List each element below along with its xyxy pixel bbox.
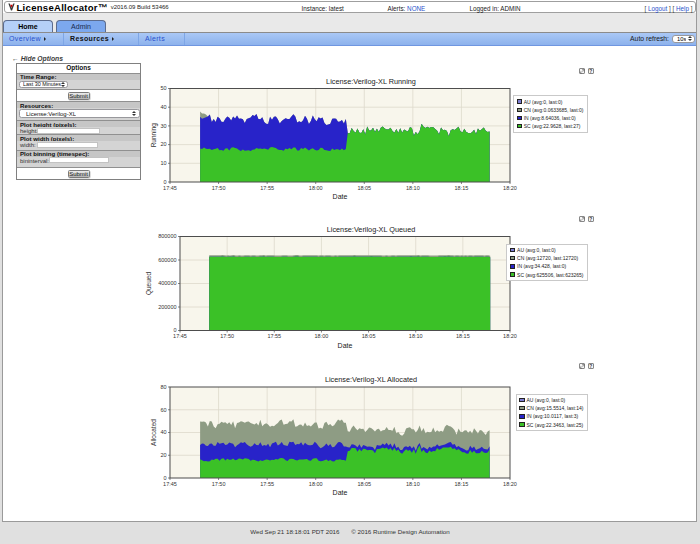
resources-select[interactable]: License:Verilog-XL (19, 109, 140, 118)
svg-text:18:20: 18:20 (503, 185, 517, 191)
legend-row: AU (avg:0, last:0) (519, 396, 583, 404)
options-panel-title: Options (17, 64, 140, 73)
footer-date: Wed Sep 21 18:18:01 PDT 2016 (250, 528, 339, 535)
overview-menu-caret-icon (44, 37, 46, 41)
svg-text:50: 50 (160, 85, 166, 91)
plot-binning-row: bininterval: (17, 157, 140, 168)
width-input[interactable] (37, 142, 98, 148)
au-swatch-icon (517, 99, 522, 103)
footer: Wed Sep 21 18:18:01 PDT 2016 © 2016 Runt… (0, 528, 700, 535)
plot-height-label: Plot height (pixels): (17, 120, 140, 127)
plot-help-icon[interactable]: ? (588, 68, 594, 74)
logout-link[interactable]: Logout (648, 5, 667, 12)
sc-swatch-icon (519, 422, 524, 426)
svg-text:18:20: 18:20 (503, 481, 517, 487)
svg-text:17:50: 17:50 (212, 185, 226, 191)
svg-text:17:55: 17:55 (260, 185, 274, 191)
nav-item-overview[interactable]: Overview (3, 33, 63, 45)
svg-text:18:00: 18:00 (309, 481, 323, 487)
legend-row: SC (avg:625506, last:623265) (510, 271, 584, 279)
time-range-select[interactable]: Last 30 Minutes (19, 81, 68, 89)
cn-swatch-icon (510, 256, 515, 260)
select-arrows-icon (688, 36, 692, 41)
svg-text:Allocated: Allocated (150, 419, 157, 446)
open-plot-window-icon[interactable] (579, 68, 585, 74)
svg-text:0: 0 (173, 327, 176, 333)
legend-row: SC (avg:22.3463, last:25) (519, 421, 583, 429)
svg-text:Date: Date (333, 489, 348, 496)
svg-text:18:00: 18:00 (315, 333, 329, 339)
in-swatch-icon (519, 414, 524, 418)
chart-legend: AU (avg:0, last:0) CN (avg:12720, last:1… (506, 244, 587, 282)
svg-text:18:10: 18:10 (406, 481, 420, 487)
svg-text:800000: 800000 (158, 233, 176, 239)
svg-text:17:45: 17:45 (163, 481, 177, 487)
legend-row: CN (avg:0.0633685, last:0) (517, 106, 584, 114)
time-range-row: Last 30 Minutes (17, 80, 140, 90)
plot-width-label: Plot width (pixels): (17, 134, 140, 141)
submit-button[interactable]: Submit (68, 92, 90, 100)
header-links: [ Logout ] [ Help ] (645, 5, 693, 12)
cn-swatch-icon (519, 406, 524, 410)
hide-options-link[interactable]: ← Hide Options (12, 55, 63, 62)
svg-text:18:05: 18:05 (357, 185, 371, 191)
submit-row: Submit (17, 89, 140, 101)
chart-legend: AU (avg:0, last:0) CN (avg:0.0633685, la… (513, 95, 587, 133)
legend-row: SC (avg:22.9628, last:27) (517, 122, 584, 130)
nav-item-alerts[interactable]: Alerts (139, 33, 184, 45)
in-swatch-icon (510, 264, 515, 268)
svg-text:80: 80 (160, 384, 166, 390)
options-panel: Options Time Range: Last 30 Minutes Subm… (16, 63, 141, 180)
svg-text:17:55: 17:55 (267, 333, 281, 339)
rtda-v-logo-icon (8, 3, 15, 11)
svg-text:60: 60 (160, 407, 166, 413)
instance-status: Instance: latest (302, 5, 344, 12)
tab-admin[interactable]: Admin (56, 20, 106, 32)
legend-row: AU (avg:0, last:0) (510, 246, 584, 254)
svg-text:18:15: 18:15 (455, 481, 469, 487)
svg-text:20: 20 (160, 452, 166, 458)
auto-refresh-select[interactable]: 10s (672, 35, 695, 44)
legend-row: AU (avg:0, last:0) (517, 98, 584, 106)
alerts-link[interactable]: NONE (407, 5, 425, 12)
time-range-label: Time Range: (17, 73, 140, 80)
plot-width-row: width: (17, 141, 140, 150)
submit-row: Submit (17, 167, 140, 179)
tab-home[interactable]: Home (3, 20, 53, 32)
svg-text:10: 10 (160, 160, 166, 166)
submit-button-2[interactable]: Submit (68, 170, 90, 178)
select-arrows-icon (132, 111, 136, 116)
height-input[interactable] (37, 128, 100, 134)
header-bar: LicenseAllocator™ v2016.09 Build 53466 I… (4, 1, 696, 13)
svg-text:30: 30 (160, 123, 166, 129)
auto-refresh-control: Auto refresh: 10s (630, 35, 696, 44)
svg-text:Running: Running (150, 123, 158, 148)
bininterval-input[interactable] (49, 157, 109, 163)
au-swatch-icon (519, 398, 524, 402)
tab-strip (3, 13, 696, 32)
version-text: v2016.09 Build 53466 (111, 4, 169, 10)
legend-row: CN (avg:15.5514, last:14) (519, 404, 583, 412)
help-link[interactable]: Help (676, 5, 689, 12)
svg-text:18:05: 18:05 (357, 481, 371, 487)
chart-title: License:Verilog-XL Running (145, 77, 597, 86)
plot-help-icon[interactable]: ? (588, 363, 594, 369)
nav-item-resources[interactable]: Resources (64, 33, 138, 45)
open-plot-window-icon[interactable] (579, 216, 585, 222)
product-title: LicenseAllocator™ (17, 2, 108, 13)
resources-row: License:Verilog-XL (17, 108, 140, 120)
in-swatch-icon (517, 116, 522, 120)
svg-text:18:20: 18:20 (503, 333, 517, 339)
open-plot-window-icon[interactable] (579, 363, 585, 369)
svg-text:18:05: 18:05 (362, 333, 376, 339)
chart-allocated: 17:4517:5017:5518:0018:0518:1018:1518:20… (145, 357, 627, 504)
svg-text:40: 40 (160, 104, 166, 110)
svg-text:17:50: 17:50 (212, 481, 226, 487)
legend-row: CN (avg:12720, last:12720) (510, 254, 584, 262)
chart-title: License:Verilog-XL Queued (145, 225, 597, 234)
navbar: Overview Resources Alerts Auto refresh: … (3, 33, 696, 46)
plot-help-icon[interactable]: ? (588, 216, 594, 222)
svg-text:20: 20 (160, 141, 166, 147)
au-swatch-icon (510, 248, 515, 252)
svg-text:600000: 600000 (158, 256, 176, 262)
